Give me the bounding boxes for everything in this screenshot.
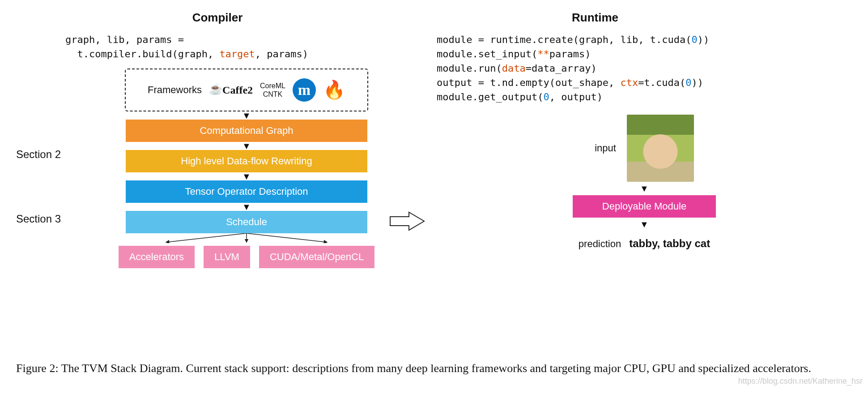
target-accelerators: Accelerators [119,246,195,268]
code-text: )) [692,77,704,88]
framework-names-stack: CoreML CNTK [260,81,285,98]
code-text: =t.cuda( [638,77,685,88]
arrow-down-icon: ▼ [242,203,251,211]
runtime-column: Runtime module = runtime.create(graph, l… [437,11,852,268]
code-keyword: data [502,63,526,74]
code-keyword: target [219,48,255,60]
code-text: t.compiler.build(graph, [65,48,219,60]
targets-row: Accelerators LLVM CUDA/Metal/OpenCL [119,246,374,268]
code-text: module.set_input( [437,48,537,60]
runtime-title: Runtime [338,11,852,25]
section-2-label: Section 2 [16,148,61,161]
compiler-stack: Frameworks ☕Caffe2 CoreML CNTK m 🔥 ▼ Com… [74,65,419,268]
layer-computational-graph: Computational Graph [126,120,367,142]
code-number: 0 [543,91,549,103]
target-gpu: CUDA/Metal/OpenCL [259,246,374,268]
compiler-body: Section 2 Section 3 Frameworks ☕Caffe2 C… [16,65,419,268]
code-text: params) [549,48,591,60]
prediction-row: prediction tabby, tabby cat [579,237,710,250]
cntk-label: CNTK [260,90,285,98]
svg-line-0 [166,233,247,242]
arrow-down-icon: ▼ [640,184,649,193]
section-gutter: Section 2 Section 3 [16,65,74,268]
figure-caption: Figure 2: The TVM Stack Diagram. Current… [16,360,852,376]
code-keyword: ** [537,48,549,60]
input-cat-image-icon [627,115,694,182]
caffe2-logo: ☕Caffe2 [209,84,253,96]
input-label: input [595,142,616,154]
prediction-value: tabby, tabby cat [629,237,710,250]
compiler-code: graph, lib, params = t.compiler.build(gr… [65,33,419,61]
arrow-down-icon: ▼ [242,111,251,120]
caffe2-text: Caffe2 [222,84,253,96]
arrow-down-icon: ▼ [640,220,649,228]
svg-line-2 [247,233,327,242]
layer-dataflow-rewriting: High level Data-flow Rewriting [126,150,367,172]
code-text: module.get_output( [437,91,543,103]
compiler-to-runtime-arrow-icon [389,210,425,232]
target-llvm: LLVM [204,246,250,268]
mxnet-logo-icon: m [293,78,316,102]
page: Compiler graph, lib, params = t.compiler… [0,0,868,394]
code-keyword: ctx [621,77,638,88]
deployable-module: Deployable Module [573,195,716,218]
code-number: 0 [685,77,691,88]
code-number: 0 [692,34,698,45]
code-text: module = runtime.create(graph, lib, t.cu… [437,34,692,45]
coreml-label: CoreML [260,81,285,90]
arrow-down-icon: ▼ [242,172,251,180]
runtime-code: module = runtime.create(graph, lib, t.cu… [437,33,852,104]
prediction-label: prediction [579,238,621,250]
code-text: module.run( [437,63,502,74]
columns: Compiler graph, lib, params = t.compiler… [16,11,852,268]
arrow-down-icon: ▼ [242,142,251,150]
runtime-stack: input ▼ Deployable Module ▼ prediction t… [437,115,852,250]
layer-schedule: Schedule [126,211,367,233]
input-row: input [595,115,694,182]
layer-tensor-op-desc: Tensor Operator Description [126,180,367,203]
pytorch-flame-icon: 🔥 [323,79,345,100]
watermark: https://blog.csdn.net/Katherine_hsr [738,377,863,386]
code-text: =data_array) [526,63,597,74]
code-text: graph, lib, params = [65,34,184,45]
code-text: output = t.nd.empty(out_shape, [437,77,621,88]
frameworks-box: Frameworks ☕Caffe2 CoreML CNTK m 🔥 [125,69,368,111]
fanout-svg-icon [126,233,367,243]
code-text: , params) [255,48,308,60]
code-text: )) [698,34,710,45]
fan-out-arrows [126,233,367,243]
cup-icon: ☕ [209,83,222,95]
code-text: , output) [549,91,603,103]
section-3-label: Section 3 [16,213,61,225]
frameworks-label: Frameworks [148,84,202,96]
compiler-column: Compiler graph, lib, params = t.compiler… [16,11,419,268]
